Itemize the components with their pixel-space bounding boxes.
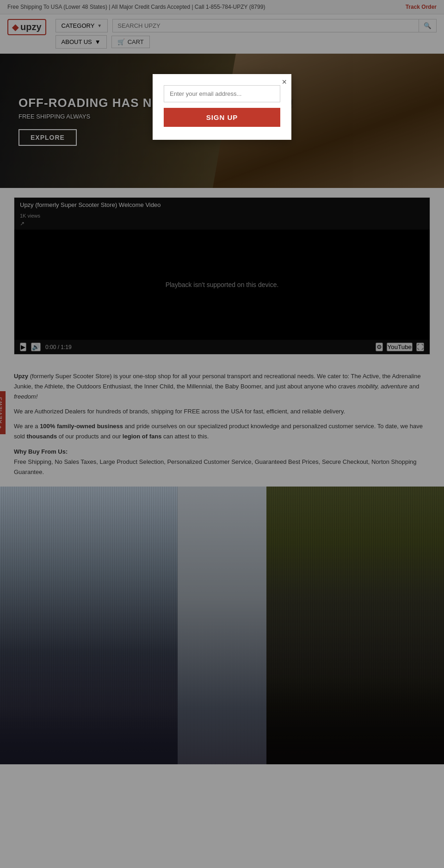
close-icon: ×: [282, 77, 287, 87]
modal-overlay[interactable]: × SIGN UP: [0, 0, 444, 764]
signup-label: SIGN UP: [206, 113, 238, 121]
email-input[interactable]: [164, 85, 280, 102]
modal-close-button[interactable]: ×: [282, 78, 287, 86]
email-modal: × SIGN UP: [153, 74, 291, 140]
signup-button[interactable]: SIGN UP: [164, 108, 280, 127]
